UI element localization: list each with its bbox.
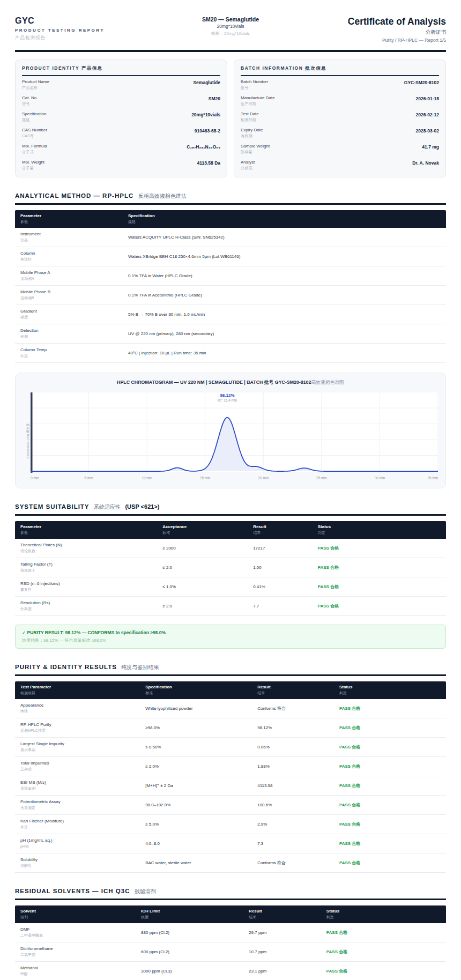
suitability-table-body: Theoretical Plates (N) 理论板数 ≥ 2000 17217… [15,539,446,616]
param-label: Column [20,251,117,256]
result-value: 7.3 [252,837,334,850]
param-label: Appearance [20,703,135,708]
result-value: 1.00 [248,561,313,574]
result-value: 100.6% [252,799,334,811]
info-value: 2028-03-02 [416,128,439,133]
info-label-zh: 分子量 [22,166,44,171]
purity-banner-main: ✓ PURITY RESULT: 98.12% — CONFORMS to sp… [22,630,439,635]
info-label: Sample Weight [241,144,270,149]
status-badge: PASS 合格 [321,926,446,939]
status-badge: PASS 合格 [334,818,446,831]
info-row: Mol. Weight 分子量 4113.58 Da [22,157,220,173]
info-label: Batch Number [241,79,268,84]
batch-information-rows: Batch Number 批号 GYC-SM20-8102 Manufactur… [241,76,439,173]
chromatogram-plot: 98.12% RT: 16.4 min 0 min5 min10 min15 m… [31,392,438,482]
col-header: Status判定 [334,681,446,699]
param-label: DMF [20,927,130,932]
table-row: Appearance 性状 White lyophilized powder C… [15,699,446,718]
info-label: Expiry Date [241,128,263,132]
info-value: 4113.58 Da [197,160,220,166]
acceptance-value: ≤ 1.0% [157,581,248,593]
info-value: GYC-SM20-8102 [404,79,439,85]
document-title-zh: 分析证书 [302,29,446,36]
purity-result-banner: ✓ PURITY RESULT: 98.12% — CONFORMS to sp… [15,625,446,649]
col-header: ICH Limit限度 [136,905,243,923]
info-value: C₁₈₇H₂₉₁N₄₅O₅₉ [187,144,220,150]
info-value: 20mg*10vials [191,112,220,117]
x-tick-label: 5 min [85,476,93,480]
spec-value: 4.0–8.0 [140,837,252,850]
spec-value: 5% B → 70% B over 30 min, 1.0 mL/min [123,308,446,321]
section-title-zh: 纯度与鉴别结果 [121,664,159,670]
y-axis-label: Absorbance (AU) 吸光度 [23,392,31,482]
info-label-zh: CAS号 [22,133,47,139]
section-title: ANALYTICAL METHOD — RP-HPLC [15,192,133,199]
col-header: Specification标准 [140,681,252,699]
table-row: Column Temp 柱温 40°C | Injection: 10 μL |… [15,344,446,363]
spec-value: Waters XBridge BEH C18 250×4.6mm 5μm (Lo… [123,250,446,263]
info-label-zh: 生产日期 [241,101,275,107]
spec-value: UV @ 220 nm (primary), 280 nm (secondary… [123,328,446,340]
info-value: SM20 [209,95,220,101]
result-value: 2.9% [252,818,334,830]
section-title-zh: 残留溶剂 [135,888,156,894]
status-badge: PASS 合格 [313,561,446,574]
spec-value: White lyophilized powder [140,702,252,715]
param-label-zh: 水分 [20,825,135,830]
product-identity-title: PRODUCT IDENTITY 产品信息 [22,65,220,76]
acceptance-value: ≥ 2.0 [157,600,248,612]
limit-value: 3000 ppm (Cl.3) [136,965,243,977]
result-value: 29.7 ppm [243,926,321,939]
result-value: 4113.58 [252,779,334,792]
info-row: Test Date 检测日期 2026-02-12 [241,108,439,124]
col-header: Specification [128,213,441,218]
acceptance-value: ≥ 2000 [157,542,248,554]
page-header: GYC PRODUCT TESTING REPORT 产品检测报告 SM20 —… [15,16,446,43]
acceptance-value: ≤ 2.0 [157,561,248,574]
param-label-zh: 仪器 [20,237,117,243]
param-label: ESI-MS (M/z) [20,780,135,785]
param-label: Gradient [20,309,117,314]
param-label-zh: 分离度 [20,606,152,612]
param-label-zh: 检测 [20,334,117,339]
info-row: Cat. No. 货号 SM20 [22,92,220,108]
col-header: Parameter [20,213,117,218]
result-value: 23.1 ppm [243,965,321,977]
status-badge: PASS 合格 [334,798,446,812]
status-badge: PASS 合格 [334,721,446,734]
document-title: Certificate of Analysis [302,16,446,27]
col-header: Result结果 [252,681,334,699]
section-title-zh: 反相高效液相色谱法 [138,193,187,199]
section-title-zh: 系统适应性 [94,504,121,510]
table-row: Largest Single Impurity 最大单杂 ≤ 0.50% 0.0… [15,738,446,757]
table-row: Column 色谱柱 Waters XBridge BEH C18 250×4.… [15,247,446,266]
table-row: Solubility 溶解性 BAC water, sterile water … [15,853,446,873]
param-label-zh: 质谱鉴别 [20,786,135,791]
info-label-zh: 分子式 [22,150,47,155]
brand-subtitle-zh: 产品检测报告 [15,35,159,41]
product-identity-panel: PRODUCT IDENTITY 产品信息 Product Name 产品名称 … [15,60,227,177]
result-value: 7.7 [248,600,313,612]
param-label: RP-HPLC Purity [20,722,135,727]
batch-information-title: BATCH INFORMATION 批次信息 [241,65,439,76]
status-badge: PASS 合格 [334,856,446,870]
info-label-zh: 批号 [241,85,268,91]
spec-value: 40°C | Injection: 10 μL | Run time: 35 m… [123,347,446,359]
table-header: Parameter 参数 Specification 规格 [15,210,446,228]
param-label: Methanol [20,966,130,970]
param-label-zh: 梯度 [20,315,117,320]
table-row: Gradient 梯度 5% B → 70% B over 30 min, 1.… [15,305,446,324]
param-label-zh: 二氯甲烷 [20,952,130,957]
param-label: Instrument [20,232,117,236]
spec-value: BAC water, sterile water [140,857,252,869]
info-row: Specification 规格 20mg*10vials [22,108,220,124]
section-heading-residual-solvents: RESIDUAL SOLVENTS — ICH Q3C 残留溶剂 [15,886,446,900]
table-row: Methanol 甲醇 3000 ppm (Cl.3) 23.1 ppm PAS… [15,962,446,980]
section-title: SYSTEM SUITABILITY [15,503,90,510]
brand-logo-text: GYC [15,16,159,26]
table-row: Tailing Factor (T) 拖尾因子 ≤ 2.0 1.00 PASS … [15,558,446,577]
table-row: Resolution (Rs) 分离度 ≥ 2.0 7.7 PASS 合格 [15,597,446,616]
spec-value: [M+H]⁺ ± 2 Da [140,779,252,792]
analytical-method-table: Parameter 参数 Specification 规格 Instrument… [15,210,446,363]
info-value: Semaglutide [193,79,220,85]
